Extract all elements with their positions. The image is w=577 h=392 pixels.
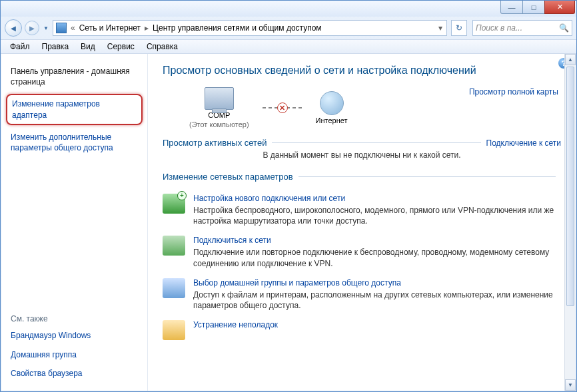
section-divider [272,142,480,143]
address-bar[interactable]: « Сеть и Интернет ▸ Центр управления сет… [53,20,447,36]
disconnected-icon: ✕ [277,102,288,113]
option-body: Настройка нового подключения или сети На… [193,194,561,226]
sidebar-adapter-link[interactable]: Изменение параметров адаптера [12,98,137,120]
active-networks-section: Просмотр активных сетей Подключение к се… [163,138,561,148]
search-icon[interactable]: 🔍 [559,23,569,33]
option-troubleshoot[interactable]: Устранение неполадок [163,315,561,344]
address-dropdown-icon[interactable]: ▾ [437,23,444,33]
content-area: Панель управления - домашняя страница Из… [1,54,576,391]
refresh-button[interactable]: ↻ [451,20,467,36]
sidebar-browser-link[interactable]: Свойства браузера [11,368,138,379]
control-panel-icon [56,23,67,33]
breadcrumb-segment[interactable]: Центр управления сетями и общим доступом [153,23,322,33]
connect-network-link[interactable]: Подключение к сети [486,138,561,148]
connect-network-icon [163,236,185,256]
main-panel: ? Просмотр основных сведений о сети и на… [148,54,576,391]
option-title[interactable]: Выбор домашней группы и параметров общег… [193,278,561,288]
active-networks-status: В данный момент вы не подключены ни к ка… [163,150,561,160]
menu-service[interactable]: Сервис [102,41,140,53]
history-dropdown[interactable]: ▼ [42,21,50,35]
search-input[interactable]: Поиск в па... 🔍 [472,20,572,36]
full-map-link[interactable]: Просмотр полной карты [469,87,558,97]
highlighted-adapter-link: Изменение параметров адаптера [6,94,143,124]
option-homegroup[interactable]: Выбор домашней группы и параметров общег… [163,273,561,315]
sidebar-spacer [11,157,138,309]
new-connection-icon [163,194,185,214]
option-description: Доступ к файлам и принтерам, расположенн… [193,290,561,311]
change-settings-section: Изменение сетевых параметров [163,172,561,182]
globe-icon [320,91,344,115]
network-connection-line: ✕ [263,107,302,108]
window-controls: — □ ✕ [501,1,575,14]
option-title[interactable]: Настройка нового подключения или сети [193,194,561,203]
chevron-icon: « [69,23,77,33]
option-body: Подключиться к сети Подключение или повт… [193,236,561,268]
maximize-button[interactable]: □ [522,1,545,14]
option-description: Подключение или повторное подключение к … [193,247,561,268]
sidebar-seealso-heading: См. также [11,314,138,323]
window-frame: — □ ✕ ◄ ► ▼ « Сеть и Интернет ▸ Центр уп… [0,0,577,392]
scroll-up-button[interactable]: ▲ [565,54,576,65]
option-title[interactable]: Подключиться к сети [193,236,561,245]
network-node-computer: COMP (Этот компьютер) [189,87,249,128]
menu-file[interactable]: Файл [5,41,35,53]
option-body: Устранение неполадок [193,320,278,340]
section-divider [298,176,556,177]
option-connect-network[interactable]: Подключиться к сети Подключение или повт… [163,230,561,272]
homegroup-icon [163,278,185,298]
search-placeholder: Поиск в па... [476,23,522,33]
close-button[interactable]: ✕ [544,1,575,14]
network-node-internet: Интернет [316,91,348,124]
menu-help[interactable]: Справка [141,41,183,53]
sidebar-firewall-link[interactable]: Брандмауэр Windows [11,330,138,341]
option-title[interactable]: Устранение неполадок [193,320,278,329]
option-body: Выбор домашней группы и параметров общег… [193,278,561,311]
option-description: Настройка беспроводного, широкополосного… [193,205,561,226]
sidebar-home-link[interactable]: Панель управления - домашняя страница [11,66,138,87]
section-heading: Изменение сетевых параметров [163,172,293,182]
options-list: Настройка нового подключения или сети На… [163,188,561,344]
minimize-button[interactable]: — [500,1,523,14]
menu-edit[interactable]: Правка [37,41,75,53]
menu-view[interactable]: Вид [75,41,101,53]
navigation-bar: ◄ ► ▼ « Сеть и Интернет ▸ Центр управлен… [1,17,576,39]
page-title: Просмотр основных сведений о сети и наст… [163,65,561,77]
breadcrumb-segment[interactable]: Сеть и Интернет [79,23,141,33]
sidebar: Панель управления - домашняя страница Из… [1,54,148,391]
option-new-connection[interactable]: Настройка нового подключения или сети На… [163,188,561,230]
titlebar[interactable]: — □ ✕ [1,1,576,17]
forward-button[interactable]: ► [25,21,39,35]
node-label: Интернет [316,116,348,124]
troubleshoot-icon [163,320,185,340]
scroll-down-button[interactable]: ▼ [565,379,576,391]
section-heading: Просмотр активных сетей [163,138,267,148]
scroll-thumb[interactable] [566,67,574,306]
sidebar-homegroup-link[interactable]: Домашняя группа [11,349,138,360]
vertical-scrollbar[interactable]: ▲ ▼ [564,54,576,391]
sidebar-sharing-link[interactable]: Изменить дополнительные параметры общего… [11,132,138,153]
chevron-right-icon: ▸ [143,23,150,33]
computer-icon [205,87,234,110]
back-button[interactable]: ◄ [5,19,22,37]
node-sublabel: (Этот компьютер) [189,120,249,128]
menu-bar: Файл Правка Вид Сервис Справка [1,39,576,54]
